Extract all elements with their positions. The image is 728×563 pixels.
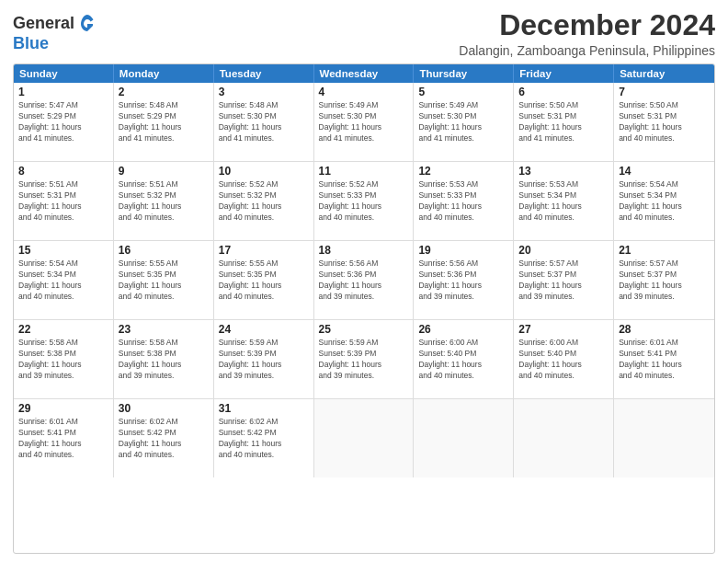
header-wednesday: Wednesday <box>314 64 415 83</box>
day-7: 7 Sunrise: 5:50 AMSunset: 5:31 PMDayligh… <box>614 83 714 161</box>
day-22: 22 Sunrise: 5:58 AMSunset: 5:38 PMDaylig… <box>14 320 114 398</box>
day-14: 14 Sunrise: 5:54 AMSunset: 5:34 PMDaylig… <box>614 162 714 240</box>
day-25: 25 Sunrise: 5:59 AMSunset: 5:39 PMDaylig… <box>314 320 415 398</box>
calendar-row-4: 22 Sunrise: 5:58 AMSunset: 5:38 PMDaylig… <box>14 319 714 398</box>
day-12: 12 Sunrise: 5:53 AMSunset: 5:33 PMDaylig… <box>414 162 514 240</box>
day-28: 28 Sunrise: 6:01 AMSunset: 5:41 PMDaylig… <box>614 320 714 398</box>
day-21: 21 Sunrise: 5:57 AMSunset: 5:37 PMDaylig… <box>614 241 714 319</box>
day-24: 24 Sunrise: 5:59 AMSunset: 5:39 PMDaylig… <box>214 320 314 398</box>
day-5: 5 Sunrise: 5:49 AMSunset: 5:30 PMDayligh… <box>414 83 514 161</box>
day-30: 30 Sunrise: 6:02 AMSunset: 5:42 PMDaylig… <box>114 399 214 477</box>
day-20: 20 Sunrise: 5:57 AMSunset: 5:37 PMDaylig… <box>514 241 614 319</box>
page-header: General Blue December 2024 Dalangin, Zam… <box>13 9 715 58</box>
day-9: 9 Sunrise: 5:51 AMSunset: 5:32 PMDayligh… <box>114 162 214 240</box>
month-title: December 2024 <box>459 9 715 41</box>
header-sunday: Sunday <box>14 64 114 83</box>
calendar-page: General Blue December 2024 Dalangin, Zam… <box>0 0 728 563</box>
day-17: 17 Sunrise: 5:55 AMSunset: 5:35 PMDaylig… <box>214 241 314 319</box>
empty-cell-4 <box>614 399 714 477</box>
calendar-row-5: 29 Sunrise: 6:01 AMSunset: 5:41 PMDaylig… <box>14 398 714 477</box>
calendar-row-2: 8 Sunrise: 5:51 AMSunset: 5:31 PMDayligh… <box>14 161 714 240</box>
logo: General Blue <box>13 13 98 53</box>
header-saturday: Saturday <box>614 64 714 83</box>
empty-cell-3 <box>514 399 614 477</box>
day-27: 27 Sunrise: 6:00 AMSunset: 5:40 PMDaylig… <box>514 320 614 398</box>
logo-blue: Blue <box>13 34 49 52</box>
day-23: 23 Sunrise: 5:58 AMSunset: 5:38 PMDaylig… <box>114 320 214 398</box>
day-26: 26 Sunrise: 6:00 AMSunset: 5:40 PMDaylig… <box>414 320 514 398</box>
day-31: 31 Sunrise: 6:02 AMSunset: 5:42 PMDaylig… <box>214 399 314 477</box>
calendar-header: Sunday Monday Tuesday Wednesday Thursday… <box>14 64 714 83</box>
title-block: December 2024 Dalangin, Zamboanga Penins… <box>459 9 715 58</box>
day-11: 11 Sunrise: 5:52 AMSunset: 5:33 PMDaylig… <box>314 162 415 240</box>
header-thursday: Thursday <box>414 64 514 83</box>
calendar-row-3: 15 Sunrise: 5:54 AMSunset: 5:34 PMDaylig… <box>14 240 714 319</box>
calendar-body: 1 Sunrise: 5:47 AMSunset: 5:29 PMDayligh… <box>14 83 714 477</box>
header-friday: Friday <box>514 64 614 83</box>
day-10: 10 Sunrise: 5:52 AMSunset: 5:32 PMDaylig… <box>214 162 314 240</box>
logo-general: General <box>13 15 74 33</box>
day-15: 15 Sunrise: 5:54 AMSunset: 5:34 PMDaylig… <box>14 241 114 319</box>
day-3: 3 Sunrise: 5:48 AMSunset: 5:30 PMDayligh… <box>214 83 314 161</box>
header-tuesday: Tuesday <box>214 64 314 83</box>
header-monday: Monday <box>114 64 214 83</box>
day-13: 13 Sunrise: 5:53 AMSunset: 5:34 PMDaylig… <box>514 162 614 240</box>
day-8: 8 Sunrise: 5:51 AMSunset: 5:31 PMDayligh… <box>14 162 114 240</box>
location-title: Dalangin, Zamboanga Peninsula, Philippin… <box>459 43 715 58</box>
day-4: 4 Sunrise: 5:49 AMSunset: 5:30 PMDayligh… <box>314 83 415 161</box>
logo-icon <box>76 13 98 35</box>
day-1: 1 Sunrise: 5:47 AMSunset: 5:29 PMDayligh… <box>14 83 114 161</box>
day-2: 2 Sunrise: 5:48 AMSunset: 5:29 PMDayligh… <box>114 83 214 161</box>
day-6: 6 Sunrise: 5:50 AMSunset: 5:31 PMDayligh… <box>514 83 614 161</box>
empty-cell-1 <box>314 399 415 477</box>
day-18: 18 Sunrise: 5:56 AMSunset: 5:36 PMDaylig… <box>314 241 415 319</box>
day-29: 29 Sunrise: 6:01 AMSunset: 5:41 PMDaylig… <box>14 399 114 477</box>
calendar-row-1: 1 Sunrise: 5:47 AMSunset: 5:29 PMDayligh… <box>14 83 714 161</box>
calendar: Sunday Monday Tuesday Wednesday Thursday… <box>13 63 715 554</box>
day-19: 19 Sunrise: 5:56 AMSunset: 5:36 PMDaylig… <box>414 241 514 319</box>
empty-cell-2 <box>414 399 514 477</box>
day-16: 16 Sunrise: 5:55 AMSunset: 5:35 PMDaylig… <box>114 241 214 319</box>
